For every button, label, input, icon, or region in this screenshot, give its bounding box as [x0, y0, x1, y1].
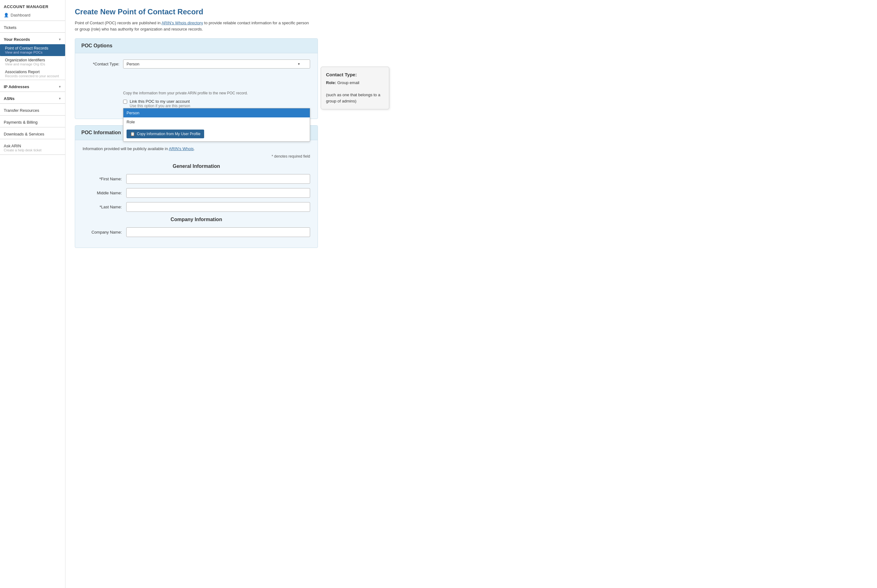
general-info-header: General Information: [83, 164, 310, 169]
sidebar-item-downloads[interactable]: Downloads & Services: [0, 129, 65, 139]
tooltip-role-value: Group email: [337, 80, 360, 85]
poc-info-text: Information provided will be publicly av…: [83, 146, 310, 151]
link-poc-sublabel: Use this option if you are this person: [129, 104, 190, 108]
dropdown-caret-icon: ▼: [297, 62, 301, 66]
last-name-input[interactable]: [126, 202, 310, 212]
company-info-header: Company Information: [83, 217, 310, 222]
chevron-down-icon: ▼: [58, 97, 62, 100]
divider: [0, 92, 65, 92]
contact-type-control: Person ▼ Person Role 📋 Copy Information …: [123, 60, 310, 108]
company-name-row: Company Name:: [83, 227, 310, 237]
sidebar-section-your-records[interactable]: Your Records ▼: [0, 34, 65, 44]
chevron-down-icon: ▼: [58, 85, 62, 88]
sidebar-item-poc-records[interactable]: Point of Contact Records View and manage…: [0, 44, 65, 56]
divider: [0, 32, 65, 33]
divider: [0, 139, 65, 139]
contact-type-tooltip: Contact Type: Role: Group email (such as…: [321, 67, 389, 110]
poc-options-panel: POC Options *Contact Type: Person ▼ Pers…: [75, 38, 318, 119]
sidebar-section-ip-addresses[interactable]: IP Addresses ▼: [0, 82, 65, 92]
first-name-row: *First Name:: [83, 174, 310, 184]
middle-name-input[interactable]: [126, 188, 310, 198]
divider: [0, 21, 65, 21]
poc-information-panel: POC Information Information provided wil…: [75, 125, 318, 248]
sidebar-header: ACCOUNT MANAGER: [0, 0, 65, 11]
copy-icon: 📋: [130, 132, 135, 136]
tooltip-title: Contact Type:: [326, 72, 384, 77]
sidebar-item-associations[interactable]: Associations Report Records connected to…: [0, 68, 65, 80]
contact-type-select[interactable]: Person ▼: [123, 60, 310, 69]
tooltip-role-label: Role:: [326, 80, 336, 85]
first-name-input[interactable]: [126, 174, 310, 184]
whois-poc-link[interactable]: ARIN's Whois: [169, 146, 194, 151]
middle-name-control: [126, 188, 310, 198]
sidebar-item-transfer-resources[interactable]: Transfer Resources: [0, 106, 65, 115]
poc-information-body: Information provided will be publicly av…: [75, 140, 317, 248]
contact-type-dropdown: Person Role 📋 Copy Information from My U…: [123, 108, 310, 142]
sidebar-item-org-identifiers[interactable]: Organization Identifiers View and manage…: [0, 56, 65, 68]
company-name-control: [126, 227, 310, 237]
divider: [0, 115, 65, 116]
dropdown-option-role[interactable]: Role: [123, 117, 310, 126]
page-title: Create New Point of Contact Record: [75, 8, 868, 16]
link-poc-label-wrap: Link this POC to my user account Use thi…: [129, 99, 190, 108]
contact-type-value: Person: [126, 62, 139, 66]
first-name-control: [126, 174, 310, 184]
last-name-label: *Last Name:: [83, 205, 126, 209]
sidebar: ACCOUNT MANAGER 👤 Dashboard Tickets Your…: [0, 0, 65, 588]
copy-profile-button[interactable]: 📋 Copy Information from My User Profile: [126, 129, 204, 138]
copy-btn-wrapper: 📋 Copy Information from My User Profile: [123, 126, 310, 141]
company-name-label: Company Name:: [83, 230, 126, 234]
copy-help-text: Copy the information from your private A…: [123, 91, 310, 95]
link-poc-checkbox[interactable]: [123, 100, 127, 104]
divider: [0, 154, 65, 155]
whois-link[interactable]: ARIN's Whois directory: [161, 21, 203, 25]
last-name-control: [126, 202, 310, 212]
sidebar-item-dashboard[interactable]: 👤 Dashboard: [0, 11, 65, 21]
divider: [0, 127, 65, 128]
tooltip-body: Role: Group email (such as one that belo…: [326, 80, 384, 104]
intro-text: Point of Contact (POC) records are publi…: [75, 20, 311, 32]
divider: [0, 104, 65, 104]
contact-type-label: *Contact Type:: [83, 60, 123, 66]
company-name-input[interactable]: [126, 227, 310, 237]
dropdown-option-person[interactable]: Person: [123, 108, 310, 117]
sidebar-item-payments[interactable]: Payments & Billing: [0, 117, 65, 127]
first-name-label: *First Name:: [83, 177, 126, 181]
sidebar-item-tickets[interactable]: Tickets: [0, 23, 65, 32]
sidebar-section-asns[interactable]: ASNs ▼: [0, 94, 65, 104]
app-title: ACCOUNT MANAGER: [4, 4, 62, 9]
poc-options-header: POC Options: [75, 39, 317, 53]
dashboard-icon: 👤: [4, 13, 9, 18]
link-poc-label: Link this POC to my user account: [129, 99, 190, 104]
middle-name-row: Middle Name:: [83, 188, 310, 198]
contact-type-row: *Contact Type: Person ▼ Person Role 📋: [83, 60, 310, 108]
sidebar-item-ask-arin[interactable]: Ask ARIN Create a help desk ticket: [0, 141, 65, 154]
middle-name-label: Middle Name:: [83, 190, 126, 195]
link-poc-row: Link this POC to my user account Use thi…: [123, 99, 310, 108]
tooltip-body-text: (such as one that belongs to a group of …: [326, 93, 380, 104]
poc-options-body: *Contact Type: Person ▼ Person Role 📋: [75, 53, 317, 118]
chevron-down-icon: ▼: [58, 38, 62, 41]
main-content: Create New Point of Contact Record Point…: [65, 0, 877, 588]
required-note: * denotes required field: [83, 154, 310, 159]
last-name-row: *Last Name:: [83, 202, 310, 212]
